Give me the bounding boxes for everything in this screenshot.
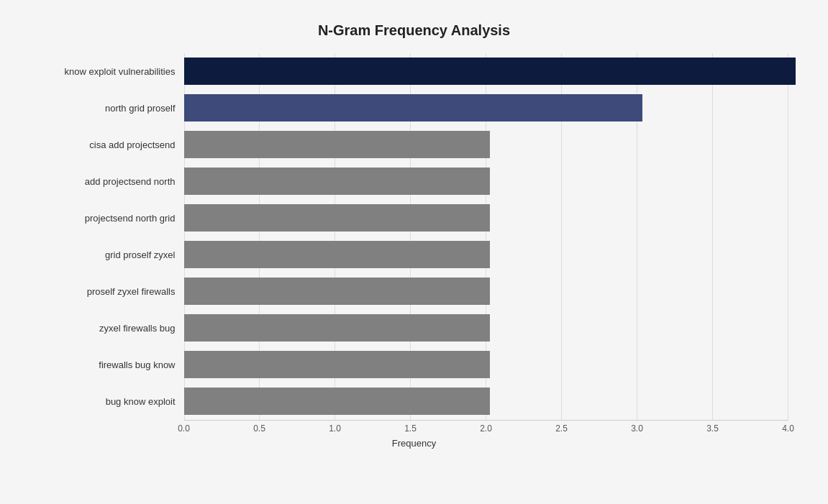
x-axis-line <box>184 420 788 421</box>
x-axis-label: Frequency <box>33 438 796 449</box>
x-axis: 0.00.51.01.52.02.53.03.54.0 <box>184 423 788 434</box>
bar-label: north grid proself <box>33 103 184 114</box>
bar-track <box>184 53 796 90</box>
bar-row: north grid proself <box>33 90 796 127</box>
bar-label: add projectsend north <box>33 176 184 187</box>
bar-row: bug know exploit <box>33 383 796 420</box>
chart-area: know exploit vulnerabilitiesnorth grid p… <box>33 53 796 449</box>
bar-label: know exploit vulnerabilities <box>33 66 184 77</box>
bar-label: grid proself zyxel <box>33 249 184 260</box>
bar-2 <box>184 131 490 158</box>
bar-label: cisa add projectsend <box>33 139 184 150</box>
bar-track <box>184 273 796 310</box>
bar-row: projectsend north grid <box>33 200 796 237</box>
bar-9 <box>184 388 490 415</box>
bar-1 <box>184 94 643 122</box>
bar-row: add projectsend north <box>33 163 796 200</box>
bar-0 <box>184 58 796 85</box>
bars-container: know exploit vulnerabilitiesnorth grid p… <box>33 53 796 420</box>
chart-title: N-Gram Frequency Analysis <box>33 22 796 39</box>
chart-container: N-Gram Frequency Analysis know exploit v… <box>19 8 810 497</box>
bar-label: projectsend north grid <box>33 213 184 224</box>
bar-track <box>184 310 796 347</box>
bars-section: know exploit vulnerabilitiesnorth grid p… <box>33 53 796 420</box>
bar-label: zyxel firewalls bug <box>33 323 184 334</box>
bar-5 <box>184 241 490 268</box>
bar-row: firewalls bug know <box>33 347 796 383</box>
bar-6 <box>184 278 490 305</box>
bar-track <box>184 90 796 127</box>
bar-row: cisa add projectsend <box>33 127 796 163</box>
bar-label: firewalls bug know <box>33 359 184 370</box>
bar-track <box>184 347 796 383</box>
bar-row: grid proself zyxel <box>33 237 796 273</box>
bar-row: zyxel firewalls bug <box>33 310 796 347</box>
bar-track <box>184 383 796 420</box>
bar-label: bug know exploit <box>33 396 184 407</box>
bar-3 <box>184 168 490 195</box>
bar-row: proself zyxel firewalls <box>33 273 796 310</box>
bar-track <box>184 237 796 273</box>
bar-row: know exploit vulnerabilities <box>33 53 796 90</box>
bar-track <box>184 127 796 163</box>
bar-8 <box>184 351 490 378</box>
bar-7 <box>184 314 490 342</box>
bar-track <box>184 200 796 237</box>
bar-4 <box>184 204 490 232</box>
bar-label: proself zyxel firewalls <box>33 286 184 297</box>
bar-track <box>184 163 796 200</box>
